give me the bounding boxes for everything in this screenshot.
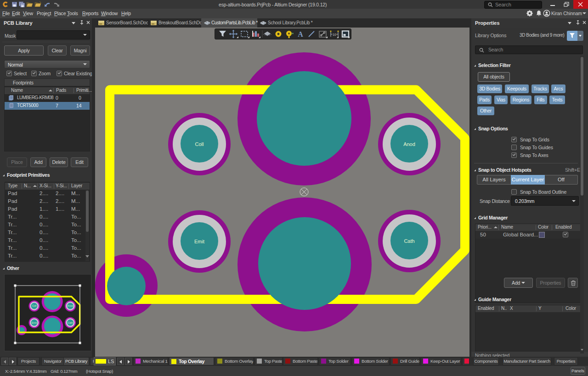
svg-text:Coll: Coll: [32, 304, 36, 307]
svg-text:10: 10: [333, 33, 336, 36]
svg-text:Coll: Coll: [195, 141, 204, 147]
svg-text:Anod: Anod: [403, 141, 415, 147]
svg-text:Cath: Cath: [68, 321, 73, 324]
svg-text:Emit: Emit: [32, 321, 37, 324]
svg-text:Emit: Emit: [194, 239, 204, 244]
svg-text:Anod: Anod: [68, 304, 74, 307]
svg-text:Cath: Cath: [404, 238, 414, 244]
svg-text:A: A: [298, 30, 303, 38]
